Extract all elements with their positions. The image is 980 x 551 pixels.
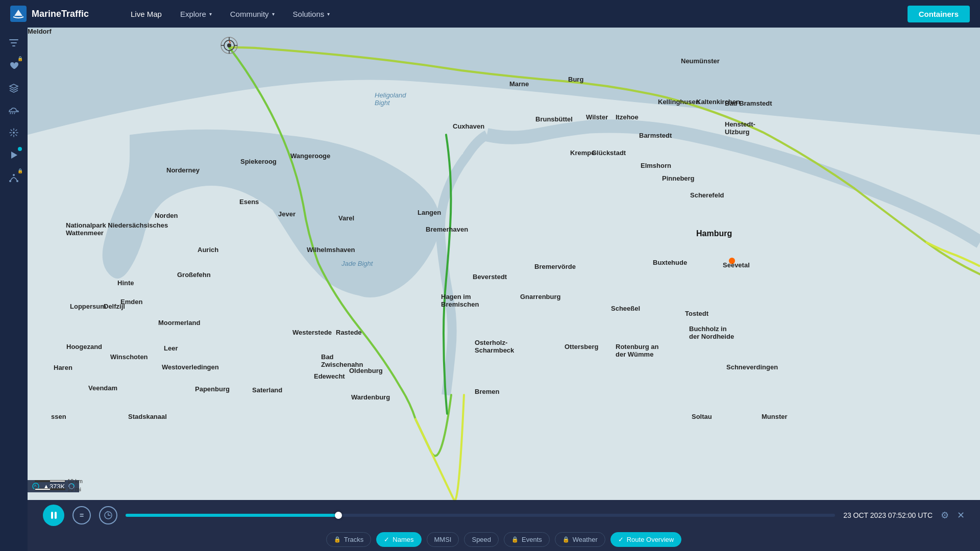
svg-point-7 [729, 258, 735, 264]
heart-icon [9, 60, 19, 70]
ship-marker[interactable] [220, 36, 238, 57]
layers-icon [9, 83, 19, 93]
pill-weather[interactable]: 🔒 Weather [555, 532, 605, 547]
timeline-fill [126, 514, 338, 517]
playback-icon [9, 150, 19, 160]
sidebar-favorites-btn[interactable]: 🔒 [4, 55, 24, 76]
play-pause-icon [49, 511, 58, 520]
pill-route-overview[interactable]: ✓ Route Overview [610, 532, 681, 547]
svg-point-5 [13, 174, 15, 176]
scale-km-label: 10 km [67, 478, 83, 484]
solutions-chevron: ▾ [327, 11, 330, 17]
timeline-area[interactable] [126, 514, 835, 517]
svg-marker-2 [11, 152, 17, 159]
playback-controls: = 23 OCT 2023 07:52:00 UTC ⚙ ✕ [28, 505, 980, 526]
sidebar-playback-btn[interactable] [4, 145, 24, 165]
svg-point-10 [227, 43, 231, 47]
pill-tracks[interactable]: 🔒 Tracks [326, 532, 372, 547]
map-area[interactable]: Hamburg Bremerhaven Bremen Oldenburg Hel… [28, 28, 980, 551]
sidebar-weather-btn[interactable] [4, 100, 24, 120]
pill-mmsi[interactable]: MMSI [427, 532, 459, 547]
logo-area[interactable]: MarineTraffic [0, 6, 112, 22]
scale-mi-label: 10 mi [67, 486, 81, 492]
timeline-handle[interactable] [335, 512, 342, 519]
sidebar-layers-btn[interactable] [4, 78, 24, 98]
nav-explore[interactable]: Explore ▾ [172, 6, 220, 22]
pill-speed[interactable]: Speed [464, 532, 499, 547]
map-scale: 10 km 10 mi [35, 478, 83, 492]
routes-icon [9, 172, 19, 183]
explore-chevron: ▾ [209, 11, 212, 17]
sidebar-filter-btn[interactable] [4, 33, 24, 53]
logo-icon [10, 6, 27, 22]
play-button[interactable] [43, 505, 64, 526]
svg-point-1 [13, 132, 15, 134]
speed-button[interactable] [99, 506, 117, 524]
timeline-bar[interactable] [126, 514, 835, 517]
pill-names[interactable]: ✓ Names [376, 532, 421, 547]
favorites-lock-icon: 🔒 [17, 56, 23, 61]
names-check-icon: ✓ [384, 536, 389, 543]
pill-events[interactable]: 🔒 Events [504, 532, 550, 547]
settings-icon[interactable]: ⚙ [941, 510, 949, 521]
nav-links: Live Map Explore ▾ Community ▾ Solutions… [112, 6, 908, 22]
weather-icon [8, 106, 19, 115]
svg-point-4 [16, 180, 18, 182]
left-sidebar: 🔒 🔒 [0, 28, 28, 551]
nav-solutions[interactable]: Solutions ▾ [285, 6, 338, 22]
sidebar-routes-btn[interactable]: 🔒 [4, 167, 24, 188]
top-navigation: MarineTraffic Live Map Explore ▾ Communi… [0, 0, 980, 28]
bottom-bar: = 23 OCT 2023 07:52:00 UTC ⚙ ✕ 🔒 Tracks … [28, 500, 980, 551]
route-check-icon: ✓ [618, 536, 624, 543]
tracks-lock-icon: 🔒 [334, 536, 341, 543]
filter-pills: 🔒 Tracks ✓ Names MMSI Speed 🔒 Events 🔒 W… [326, 532, 681, 547]
filter-icon [9, 38, 19, 48]
speed-icon [104, 511, 113, 520]
svg-point-3 [9, 180, 11, 182]
pause-equal-button[interactable]: = [72, 506, 91, 524]
nav-live-map[interactable]: Live Map [122, 6, 170, 22]
ship-icon [220, 36, 238, 55]
community-chevron: ▾ [272, 11, 275, 17]
nav-community[interactable]: Community ▾ [222, 6, 283, 22]
weather-lock-icon: 🔒 [562, 536, 570, 543]
sidebar-events-btn[interactable] [4, 122, 24, 143]
map-svg [28, 28, 980, 551]
containers-button[interactable]: Containers [908, 6, 970, 22]
app-name: MarineTraffic [32, 9, 89, 19]
close-button[interactable]: ✕ [957, 510, 965, 521]
time-display: 23 OCT 2023 07:52:00 UTC [843, 511, 933, 519]
routes-lock-icon: 🔒 [17, 168, 23, 173]
events-icon [9, 128, 19, 138]
events-lock-icon: 🔒 [511, 536, 519, 543]
